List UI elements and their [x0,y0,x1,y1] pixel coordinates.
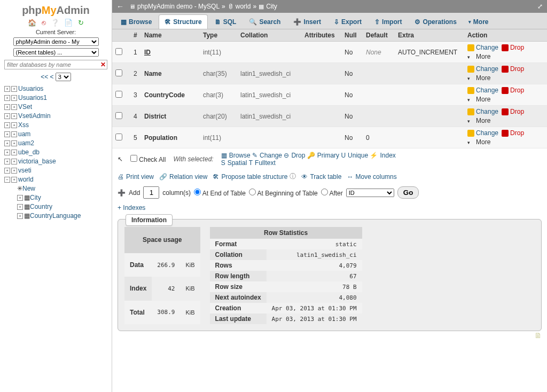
spatial-action[interactable]: SSpatial [221,159,247,167]
expand-icon[interactable]: + [11,95,17,101]
crumb-server[interactable]: phpMyAdmin demo - MySQL [137,3,220,10]
browse-action[interactable]: ▦Browse [221,152,251,159]
primary-action[interactable]: 🔑Primary [307,152,339,159]
db-uam[interactable]: uam [18,130,30,139]
expand-icon[interactable]: + [11,159,17,164]
expand-icon[interactable]: + [4,159,10,164]
tab-operations[interactable]: ⚙Operations [409,14,462,29]
after-field-select[interactable]: ID [346,189,394,197]
server-select[interactable]: phpMyAdmin demo - My [13,37,99,46]
expand-icon[interactable]: + [11,104,17,110]
pos-after-radio[interactable] [321,189,328,195]
tab-sql[interactable]: 🗎SQL [209,14,243,29]
db-VsetiAdmin[interactable]: VsetiAdmin [18,112,51,121]
pos-begin-radio[interactable] [249,189,256,195]
index-action[interactable]: ⚡Index [370,152,395,159]
tab-more[interactable]: ▾More [464,14,495,29]
row-checkbox[interactable] [115,69,122,76]
db-world[interactable]: world [18,175,34,184]
home-icon[interactable]: 🏠 [28,19,36,27]
relation-view-link[interactable]: 🔗Relation view [159,173,207,181]
row-checkbox[interactable] [115,48,122,55]
expand-icon[interactable]: + [17,195,23,201]
change-link[interactable]: Change [467,65,498,73]
drop-link[interactable]: Drop [502,65,524,73]
query-icon[interactable]: ❔ [51,19,59,27]
indexes-toggle[interactable]: + Indexes [112,202,547,214]
expand-icon[interactable]: + [4,122,10,128]
pager-page-select[interactable]: 3 [56,73,71,81]
crumb-db[interactable]: world [236,3,251,10]
tab-browse[interactable]: ▦Browse [115,14,158,29]
row-checkbox[interactable] [115,91,122,98]
expand-icon[interactable]: + [4,168,10,174]
more-link[interactable]: More [467,74,490,82]
tab-import[interactable]: ⇧Import [369,14,408,29]
reload-icon[interactable]: ↻ [78,19,84,27]
db-Usuarios[interactable]: Usuarios [18,84,43,93]
db-uam2[interactable]: uam2 [18,139,34,148]
check-all[interactable] [130,155,137,162]
db-VSet[interactable]: VSet [18,103,32,112]
expand-icon[interactable]: + [4,113,10,119]
table-New[interactable]: New [22,184,35,193]
expand-icon[interactable]: + [17,204,23,210]
expand-icon[interactable]: + [17,213,23,219]
help-icon[interactable]: ⓘ [290,172,296,181]
db-vseti[interactable]: vseti [18,166,32,175]
expand-icon[interactable]: + [4,131,10,137]
drop-link[interactable]: Drop [502,87,524,94]
expand-icon[interactable]: + [4,150,10,155]
db-Xss[interactable]: Xss [18,121,29,130]
clear-filter-icon[interactable]: ✕ [100,61,106,68]
expand-icon[interactable]: + [11,140,17,146]
drop-link[interactable]: Drop [502,44,524,51]
more-link[interactable]: More [467,138,490,146]
more-link[interactable]: More [467,53,490,60]
fulltext-action[interactable]: TFulltext [249,159,276,167]
expand-icon[interactable]: + [11,113,17,119]
expand-icon[interactable]: + [11,177,17,183]
collapse-icon[interactable]: − [4,177,10,183]
tab-export[interactable]: ⇩Export [328,14,368,29]
expand-icon[interactable]: + [11,86,17,92]
crumb-table[interactable]: City [266,3,277,10]
table-CountryLanguage[interactable]: CountryLanguage [30,211,81,221]
docs-icon[interactable]: 📄 [64,19,73,27]
tab-search[interactable]: 🔍Search [243,14,286,29]
db-victoria_base[interactable]: victoria_base [18,157,56,166]
expand-icon[interactable]: + [4,104,10,110]
table-City[interactable]: City [30,193,41,202]
change-link[interactable]: Change [467,108,498,115]
drop-link[interactable]: Drop [502,129,524,137]
row-checkbox[interactable] [115,134,122,140]
tab-structure[interactable]: 🛠Structure [159,14,207,29]
pos-end-radio[interactable] [194,189,201,195]
logo[interactable]: phpMyAdmin [2,4,110,17]
back-icon[interactable]: ← [116,2,124,11]
go-button[interactable]: Go [397,186,419,199]
expand-icon[interactable]: + [11,131,17,137]
pager-prev[interactable]: << < [41,73,53,81]
logout-icon[interactable]: ⎋ [42,19,46,27]
table-Country[interactable]: Country [30,202,52,211]
collapse-icon[interactable]: ⤢ [537,3,543,10]
change-link[interactable]: Change [467,87,498,94]
change-link[interactable]: Change [467,129,498,137]
change-action[interactable]: ✎Change [252,152,282,159]
add-count-input[interactable] [143,186,159,199]
bookmark-icon[interactable]: 🗎 [534,331,542,340]
expand-icon[interactable]: + [11,122,17,128]
row-checkbox[interactable] [115,112,122,119]
expand-icon[interactable]: + [4,86,10,92]
recent-tables-select[interactable]: (Recent tables) ... [13,48,99,57]
expand-icon[interactable]: + [11,150,17,155]
filter-databases-input[interactable] [4,60,107,69]
db-ube_db[interactable]: ube_db [18,148,40,157]
propose-table-structure-link[interactable]: 🛠Propose table structure ⓘ [213,172,296,181]
tab-insert[interactable]: ➕Insert [287,14,327,29]
expand-icon[interactable]: + [4,140,10,146]
change-link[interactable]: Change [467,44,498,51]
expand-icon[interactable]: + [4,95,10,101]
expand-icon[interactable]: + [11,168,17,174]
